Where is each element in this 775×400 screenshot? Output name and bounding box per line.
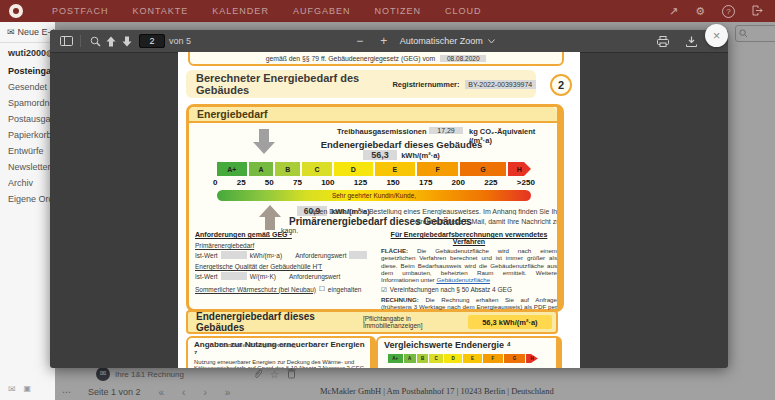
ghg-value: 17,29 — [429, 127, 463, 134]
main-nav: POSTFACH KONTAKTE KALENDER AUFGABEN NOTI… — [52, 6, 481, 16]
sidebar-item-posteingang[interactable]: Posteingang — [0, 63, 55, 79]
zoom-out-icon[interactable]: − — [352, 33, 368, 49]
flaeche-paragraph: FLÄCHE: Die Gebäudenutzfläche wird nach … — [381, 247, 557, 284]
nav-kontakte[interactable]: KONTAKTE — [133, 6, 189, 16]
page-number-input[interactable] — [139, 34, 165, 48]
sidebar-item-entwuerfe[interactable]: Entwürfe — [0, 143, 55, 159]
simplification-label: Vereinfachungen nach § 50 Absatz 4 GEG — [390, 286, 512, 293]
ist-wert-label: Ist-Wert — [195, 273, 218, 280]
scale-segment: F — [417, 162, 458, 176]
gradient-bar: Sehr geehrter Kundin/Kunde, — [217, 190, 531, 201]
comparison-header: Vergleichswerte Endenergie ⁴ — [378, 338, 556, 350]
pdf-toolbar: von 5 − + Automatischer Zoom » — [50, 30, 728, 53]
energiebedarf-box: Energiebedarf Treibhausgasemissionen 17,… — [186, 104, 564, 312]
folder-icon[interactable]: ▣ — [24, 384, 32, 394]
email-body-overlay: direkt auf diese E-Mail, damit Ihre Nach… — [415, 218, 557, 225]
scale-segment: A+ — [217, 162, 247, 176]
sidebar-item-archiv[interactable]: Archiv — [0, 175, 55, 191]
ghg-label: Treibhausgasemissionen — [337, 127, 427, 136]
ist-wert-field — [221, 272, 247, 280]
anforderungswert-label: Anforderungswert — [295, 252, 346, 259]
end-energy-label: Endenergiebedarf dieses Gebäudes — [284, 139, 519, 150]
comparison-box: Vergleichswerte Endenergie ⁴ A+ A B C D … — [376, 336, 562, 368]
mini-energy-scale: A+ A B C D E F G H — [388, 354, 538, 363]
down-arrow-icon — [253, 129, 275, 154]
app-topbar: POSTFACH KONTAKTE KALENDER AUFGABEN NOTI… — [0, 0, 775, 22]
close-icon[interactable]: × — [705, 24, 728, 47]
registry-label: Registriernummer: — [392, 80, 459, 89]
law-reference-text: gemäß den §§ 79 ff. Gebäudeenergiegesetz… — [266, 55, 436, 62]
chevron-down-icon — [488, 39, 495, 44]
email-signature-overlay: Teamleiter Energieberatung — [218, 341, 296, 349]
end-energy-value: 56,3 — [363, 150, 397, 160]
gebaeudenutzflaeche-link[interactable]: Gebäudenutzfläche — [436, 276, 490, 283]
gear-icon[interactable]: ⚙ — [695, 5, 705, 18]
summer-protection-value: eingehalten — [328, 286, 362, 293]
band-note: [Pflichtangabe in Immobilienanzeigen] — [363, 315, 468, 329]
envelope-icon: ✉ — [7, 27, 15, 37]
print-icon[interactable] — [655, 33, 671, 49]
app-logo-icon[interactable] — [9, 4, 23, 18]
energy-class-scale: A+ A B C D E F G H — [217, 162, 531, 176]
requirements-header: Anforderungen gemäß GEG ² — [195, 231, 375, 238]
law-reference-box: gemäß den §§ 79 ff. Gebäudeenergiegesetz… — [188, 52, 564, 66]
sidebar-item-spamordner[interactable]: Spamordner — [0, 95, 55, 111]
scale-segment: H — [508, 162, 531, 176]
compose-button[interactable]: ✉ Neue E-A... — [0, 22, 55, 43]
checkbox-checked-icon: ☑ — [381, 286, 387, 294]
nav-cloud[interactable]: CLOUD — [445, 6, 482, 16]
page-total-label: von 5 — [169, 36, 191, 46]
sidebar-item-postausgang[interactable]: Postausgang — [0, 111, 55, 127]
nav-notizen[interactable]: NOTIZEN — [374, 6, 421, 16]
certificate-title: Berechneter Energiebedarf des Gebäudes — [196, 72, 378, 96]
scale-ticks: 025 5075 100125 150175 200225 >250 — [213, 178, 535, 187]
scale-segment: E — [375, 162, 415, 176]
scale-segment: C — [302, 162, 332, 176]
external-link-icon[interactable]: ↗ — [669, 5, 678, 18]
nav-postfach[interactable]: POSTFACH — [52, 6, 109, 16]
summer-protection-label: Sommerlicher Wärmeschutz (bei Neubau) — [195, 286, 316, 293]
ist-wert-label: Ist-Wert — [195, 252, 218, 259]
req-row1-title: Primärenergiebedarf — [195, 242, 375, 249]
law-date-value: 08.08.2020 — [440, 55, 486, 62]
nav-aufgaben[interactable]: AUFGABEN — [293, 6, 351, 16]
scale-segment: G — [460, 162, 505, 176]
renewables-body: Nutzung erneuerbarer Energien zur Deckun… — [188, 358, 370, 365]
certificate-page-badge: 2 — [550, 74, 572, 96]
row1-unit: kWh/(m²·a) — [250, 252, 283, 259]
account-item[interactable]: wuti2000@... — [0, 43, 55, 63]
sidebar-item-gesendet[interactable]: Gesendet — [0, 79, 55, 95]
row2-unit: W/(m²·K) — [250, 273, 276, 280]
search-icon[interactable] — [87, 33, 103, 49]
email-greeting-overlay: Sehr geehrter Kundin/Kunde, — [332, 192, 416, 199]
sidebar-toggle-icon[interactable] — [58, 33, 74, 49]
logout-icon[interactable] — [752, 5, 763, 18]
anforderungswert-field — [349, 251, 367, 259]
requirements-column: Anforderungen gemäß GEG ² Primärenergieb… — [195, 231, 375, 293]
next-page-icon[interactable] — [119, 33, 135, 49]
rechnung-label: RECHNUNG: — [381, 296, 419, 303]
previous-page-icon[interactable] — [103, 33, 119, 49]
sidebar-item-eigene-ordner[interactable]: Eigene Ordner — [0, 191, 55, 207]
zoom-mode-select[interactable]: Automatischer Zoom — [400, 36, 495, 46]
scale-segment: B — [275, 162, 300, 176]
band-label: Endenergiebedarf dieses Gebäudes — [196, 311, 359, 333]
sidebar-item-papierkorb[interactable]: Papierkorb — [0, 127, 55, 143]
end-energy-unit: kWh/(m²·a) — [401, 151, 440, 160]
energiebedarf-header: Energiebedarf — [189, 107, 557, 123]
zoom-in-icon[interactable]: + — [376, 33, 392, 49]
help-icon[interactable]: ? — [722, 5, 735, 18]
zoom-mode-label: Automatischer Zoom — [400, 36, 483, 46]
method-header: Für Energiebedarfsberechnungen verwendet… — [381, 231, 557, 245]
end-energy-band: Endenergiebedarf dieses Gebäudes [Pflich… — [186, 310, 558, 334]
email-body-overlay: vielen Dank für die Bestellung eines Ene… — [309, 208, 557, 215]
envelope-icon[interactable]: ✉ — [8, 384, 16, 394]
sidebar-item-newsletter[interactable]: Newsletter — [0, 159, 55, 175]
download-icon[interactable] — [683, 33, 699, 49]
scale-segment: D — [334, 162, 373, 176]
folder-sidebar: ✉ Neue E-A... wuti2000@... Posteingang G… — [0, 22, 55, 400]
nav-kalender[interactable]: KALENDER — [212, 6, 269, 16]
ist-wert-field — [221, 251, 247, 259]
anforderungswert-label: Anforderungswert — [289, 273, 340, 280]
certificate-title-box: Berechneter Energiebedarf des Gebäudes R… — [186, 70, 536, 98]
